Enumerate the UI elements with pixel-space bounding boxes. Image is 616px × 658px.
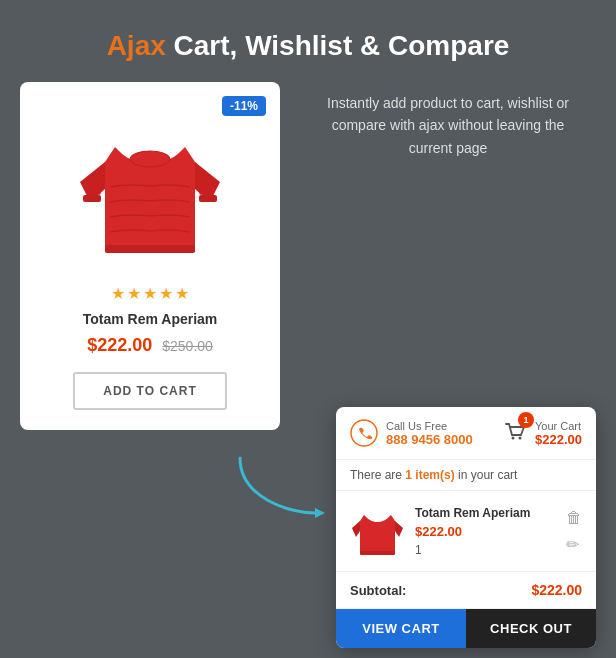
cart-label: Your Cart: [535, 420, 582, 432]
cart-items-notice: There are 1 item(s) in your cart: [336, 460, 596, 491]
cart-action-buttons: VIEW CART CHECK OUT: [336, 609, 596, 648]
notice-suffix: in your cart: [455, 468, 518, 482]
call-number: 888 9456 8000: [386, 432, 473, 447]
cart-total-info: Your Cart $222.00: [535, 420, 582, 447]
cart-item-actions: 🗑 ✏: [566, 509, 582, 554]
svg-point-3: [130, 151, 170, 167]
description-text: Instantly add product to cart, wishlist …: [300, 92, 596, 159]
phone-icon: [350, 419, 378, 447]
svg-point-7: [519, 437, 522, 440]
cart-popup: Call Us Free 888 9456 8000 1 Your Cart $…: [336, 407, 596, 648]
delete-icon[interactable]: 🗑: [566, 509, 582, 527]
call-info: Call Us Free 888 9456 8000: [386, 420, 473, 447]
add-to-cart-button[interactable]: ADD TO CART: [73, 372, 226, 410]
product-card: -11%: [20, 82, 280, 430]
price-current: $222.00: [87, 335, 152, 356]
price-original: $250.00: [162, 338, 213, 354]
svg-marker-4: [315, 508, 325, 518]
price-row: $222.00 $250.00: [87, 335, 213, 356]
cart-item-image: [350, 501, 405, 561]
ajax-word: Ajax: [107, 30, 166, 61]
page-title: Ajax Cart, Wishlist & Compare: [0, 0, 616, 82]
subtotal-label: Subtotal:: [350, 583, 406, 598]
svg-rect-1: [83, 195, 101, 202]
cart-icon-wrap: 1: [501, 417, 529, 449]
cart-popup-header: Call Us Free 888 9456 8000 1 Your Cart $…: [336, 407, 596, 460]
cart-total: $222.00: [535, 432, 582, 447]
subtotal-amount: $222.00: [531, 582, 582, 598]
subtotal-row: Subtotal: $222.00: [336, 572, 596, 609]
product-image: [75, 107, 225, 267]
cart-item-thumb: [350, 501, 405, 561]
discount-badge: -11%: [222, 96, 266, 116]
title-rest: Cart, Wishlist & Compare: [166, 30, 510, 61]
cart-item-row: Totam Rem Aperiam $222.00 1 🗑 ✏: [336, 491, 596, 572]
svg-rect-8: [360, 551, 395, 555]
cart-item-qty: 1: [415, 543, 556, 557]
notice-prefix: There are: [350, 468, 405, 482]
call-label: Call Us Free: [386, 420, 473, 432]
cart-badge: 1: [518, 412, 534, 428]
checkout-button[interactable]: CHECK OUT: [466, 609, 596, 648]
call-section: Call Us Free 888 9456 8000: [350, 419, 473, 447]
edit-icon[interactable]: ✏: [566, 535, 582, 554]
right-side: Instantly add product to cart, wishlist …: [300, 82, 596, 189]
cart-item-name: Totam Rem Aperiam: [415, 506, 556, 520]
cart-item-price: $222.00: [415, 524, 556, 539]
cart-section: 1 Your Cart $222.00: [501, 417, 582, 449]
notice-count: 1 item(s): [405, 468, 454, 482]
curved-arrow: [230, 448, 330, 528]
svg-rect-2: [199, 195, 217, 202]
star-rating: ★ ★ ★ ★ ★: [111, 284, 189, 303]
cart-item-details: Totam Rem Aperiam $222.00 1: [415, 506, 556, 557]
product-name: Totam Rem Aperiam: [83, 311, 218, 327]
svg-rect-0: [105, 245, 195, 253]
view-cart-button[interactable]: VIEW CART: [336, 609, 466, 648]
svg-point-6: [512, 437, 515, 440]
product-image-area: [70, 102, 230, 272]
svg-point-5: [351, 420, 377, 446]
